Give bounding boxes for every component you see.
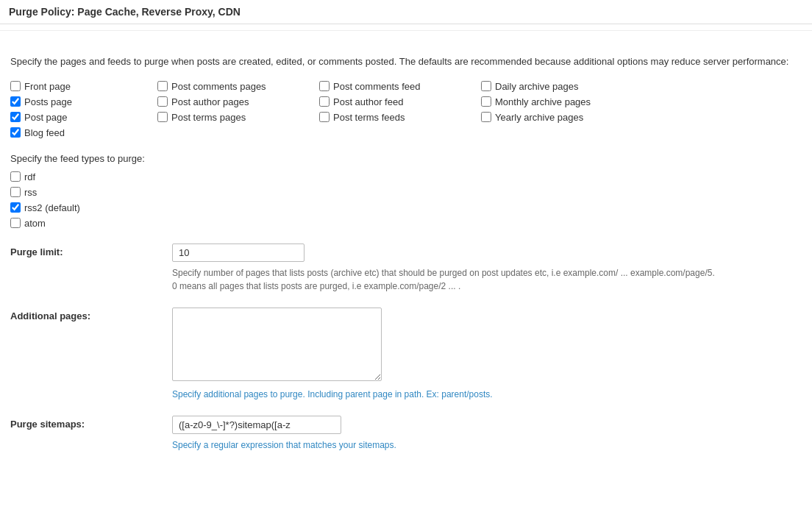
- checkbox-input-col1-0[interactable]: [10, 81, 21, 91]
- purge-limit-label: Purge limit:: [10, 244, 172, 257]
- feed-types-list: rdfrssrss2 (default)atom: [10, 171, 802, 229]
- additional-pages-textarea[interactable]: [172, 308, 382, 381]
- purge-limit-content: Specify number of pages that lists posts…: [172, 244, 802, 293]
- checkbox-col1-3: Blog feed: [10, 127, 157, 138]
- additional-pages-content: Specify additional pages to purge. Inclu…: [172, 308, 802, 401]
- feed-type-label-2: rss2 (default): [24, 202, 80, 213]
- checkbox-input-col1-2[interactable]: [10, 112, 21, 122]
- checkbox-col4-2: Yearly archive pages: [481, 112, 643, 123]
- checkbox-label-col2-1: Post author pages: [171, 96, 249, 107]
- feed-type-item-3: atom: [10, 218, 802, 229]
- checkbox-label-col4-2: Yearly archive pages: [495, 112, 583, 123]
- checkbox-input-col1-1[interactable]: [10, 96, 21, 107]
- feed-type-label-1: rss: [24, 187, 37, 198]
- purge-limit-row: Purge limit: Specify number of pages tha…: [10, 244, 802, 293]
- feed-section-title: Specify the feed types to purge:: [10, 153, 802, 164]
- feed-type-label-3: atom: [24, 218, 46, 229]
- checkbox-label-col1-3: Blog feed: [24, 127, 65, 138]
- checkbox-input-col2-2[interactable]: [157, 112, 168, 122]
- checkbox-col4-1: Monthly archive pages: [481, 96, 643, 107]
- checkbox-col2-2: Post terms pages: [157, 112, 319, 123]
- checkbox-input-col1-3[interactable]: [10, 127, 21, 138]
- checkbox-label-col1-2: Post page: [24, 112, 68, 123]
- purge-sitemaps-input[interactable]: [172, 416, 341, 434]
- checkbox-input-col3-0[interactable]: [319, 81, 330, 91]
- additional-pages-desc: Specify additional pages to purge. Inclu…: [172, 388, 802, 401]
- checkbox-label-col4-0: Daily archive pages: [495, 81, 578, 92]
- purge-sitemaps-content: Specify a regular expression that matche…: [172, 416, 802, 452]
- feed-type-item-1: rss: [10, 187, 802, 198]
- checkbox-input-col2-0[interactable]: [157, 81, 168, 91]
- checkbox-input-col4-0[interactable]: [481, 81, 491, 91]
- purge-sitemaps-label: Purge sitemaps:: [10, 416, 172, 430]
- checkbox-col1-2: Post page: [10, 112, 157, 123]
- feed-type-checkbox-1[interactable]: [10, 187, 21, 197]
- checkbox-label-col1-0: Front page: [24, 81, 71, 92]
- checkbox-input-col3-2[interactable]: [319, 112, 330, 122]
- checkbox-input-col2-1[interactable]: [157, 96, 168, 107]
- checkbox-col3-0: Post comments feed: [319, 81, 481, 92]
- feed-type-checkbox-0[interactable]: [10, 171, 21, 182]
- purge-limit-desc: Specify number of pages that lists posts…: [172, 266, 802, 293]
- checkbox-col2-1: Post author pages: [157, 96, 319, 107]
- checkbox-col1-1: Posts page: [10, 96, 157, 107]
- checkbox-col2-0: Post comments pages: [157, 81, 319, 92]
- col3: Post comments feedPost author feedPost t…: [319, 81, 481, 138]
- purge-sitemaps-desc: Specify a regular expression that matche…: [172, 438, 802, 452]
- purge-limit-input[interactable]: [172, 244, 304, 262]
- main-description: Specify the pages and feeds to purge whe…: [10, 54, 802, 69]
- checkbox-label-col3-0: Post comments feed: [333, 81, 421, 92]
- checkbox-col4-0: Daily archive pages: [481, 81, 643, 92]
- checkboxes-grid: Front pagePosts pagePost pageBlog feed P…: [10, 81, 802, 138]
- additional-pages-row: Additional pages: Specify additional pag…: [10, 308, 802, 401]
- checkbox-col3-2: Post terms feeds: [319, 112, 481, 123]
- feed-type-checkbox-2[interactable]: [10, 202, 21, 213]
- checkbox-col1-0: Front page: [10, 81, 157, 92]
- checkbox-label-col2-2: Post terms pages: [171, 112, 246, 123]
- feed-type-label-0: rdf: [24, 171, 35, 182]
- col2: Post comments pagesPost author pagesPost…: [157, 81, 319, 138]
- checkbox-label-col3-2: Post terms feeds: [333, 112, 405, 123]
- checkbox-col3-1: Post author feed: [319, 96, 481, 107]
- feed-type-item-0: rdf: [10, 171, 802, 182]
- checkbox-label-col2-0: Post comments pages: [171, 81, 266, 92]
- additional-pages-label: Additional pages:: [10, 308, 172, 321]
- purge-sitemaps-row: Purge sitemaps: Specify a regular expres…: [10, 416, 802, 452]
- feed-type-item-2: rss2 (default): [10, 202, 802, 213]
- checkbox-label-col3-1: Post author feed: [333, 96, 403, 107]
- checkbox-input-col4-2[interactable]: [481, 112, 491, 122]
- checkbox-input-col4-1[interactable]: [481, 96, 491, 107]
- checkbox-label-col1-1: Posts page: [24, 96, 72, 107]
- checkbox-input-col3-1[interactable]: [319, 96, 330, 107]
- col4: Daily archive pagesMonthly archive pages…: [481, 81, 643, 138]
- col1: Front pagePosts pagePost pageBlog feed: [10, 81, 157, 138]
- page-title: Purge Policy: Page Cache, Reverse Proxy,…: [0, 0, 812, 24]
- checkbox-label-col4-1: Monthly archive pages: [495, 96, 591, 107]
- feed-type-checkbox-3[interactable]: [10, 218, 21, 228]
